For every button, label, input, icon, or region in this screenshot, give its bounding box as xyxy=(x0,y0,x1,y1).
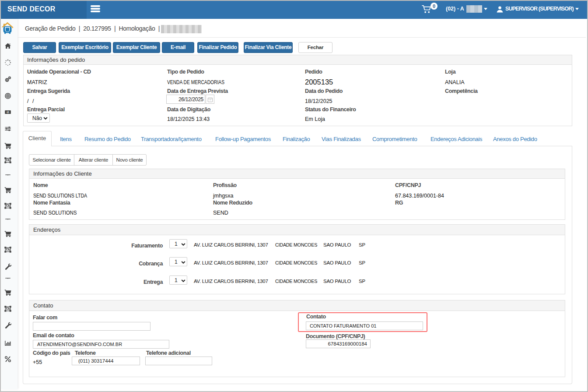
svg-text:7: 7 xyxy=(210,99,211,102)
svg-text:$: $ xyxy=(7,110,9,113)
